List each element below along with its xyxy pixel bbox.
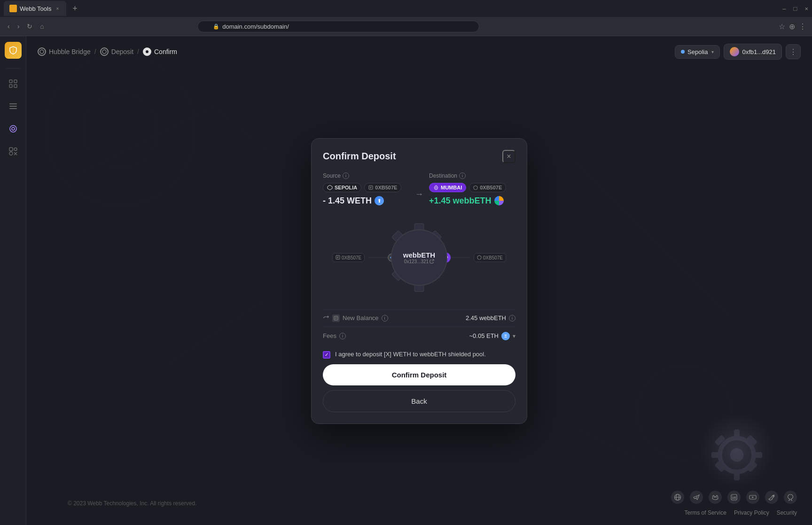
confirm-deposit-modal: Confirm Deposit × Source i [311,138,527,424]
back-button[interactable]: Back [323,390,515,412]
checkbox-check-icon: ✓ [325,352,328,357]
svg-marker-36 [328,185,332,190]
svg-rect-1 [9,80,12,83]
source-side: Source i SEPOLIA [323,172,409,206]
app-layout: Hubble Bridge / Deposit / [0,36,812,525]
source-badges: SEPOLIA 0XB507E [323,183,409,192]
network-center-title: webbETH [403,251,435,259]
url-text: domain.com/subdomain/ [222,23,289,30]
svg-rect-12 [9,152,13,155]
balance-row: New Balance i 2.45 webbETH i [323,309,515,327]
home-button[interactable]: ⌂ [38,21,46,32]
source-address-badge: 0XB507E [364,183,401,192]
tab-bar: Webb Tools × + – □ × [0,0,812,17]
tab-title: Webb Tools [20,5,51,12]
destination-amount: +1.45 webbETH [429,196,515,206]
svg-rect-56 [336,256,340,259]
svg-rect-37 [369,186,373,189]
sidebar-logo[interactable] [5,42,22,59]
shield-icon [473,185,478,190]
source-info-icon[interactable]: i [343,172,349,179]
right-node-badge: 0XB507E [474,253,506,262]
eth-badge-icon: Ξ [501,332,510,340]
modal-close-button[interactable]: × [502,150,515,163]
left-node-icon [336,255,340,260]
sidebar-divider [6,68,20,69]
agreement-checkbox[interactable]: ✓ [323,351,330,359]
tab-close-button[interactable]: × [54,5,61,12]
svg-rect-5 [9,103,17,104]
balance-value: 2.45 webbETH i [466,314,515,321]
close-button[interactable]: × [804,5,808,12]
contract-icon [368,185,373,190]
svg-rect-2 [14,80,17,83]
back-button[interactable]: ‹ [6,21,12,32]
svg-rect-10 [9,148,13,151]
balance-file-icon [334,316,338,321]
confirm-deposit-button[interactable]: Confirm Deposit [323,364,515,385]
source-amount: - 1.45 WETH ⬆ [323,196,409,206]
mumbai-chain-icon [433,185,439,190]
agreement-row: ✓ I agree to deposit [X] WETH to webbETH… [323,345,515,364]
balance-label: New Balance i [323,314,388,322]
agreement-text: I agree to deposit [X] WETH to webbETH s… [335,351,486,358]
minimize-button[interactable]: – [782,5,786,12]
balance-info-icon[interactable]: i [382,315,388,321]
refresh-button[interactable]: ↻ [25,21,34,32]
fees-info-icon[interactable]: i [339,333,346,339]
svg-point-8 [10,125,16,132]
sepolia-chain-icon [327,185,333,190]
network-visualization: webbETH 0x123...321 [323,215,515,300]
maximize-button[interactable]: □ [794,5,797,12]
svg-point-9 [12,127,15,130]
svg-rect-4 [14,85,17,87]
transfer-row: Source i SEPOLIA [323,172,515,206]
weth-icon: ⬆ [375,196,384,205]
window-controls: – □ × [782,5,808,12]
sidebar-item-grid[interactable] [4,74,23,93]
sidebar [0,36,26,525]
forward-button[interactable]: › [16,21,22,32]
browser-chrome: Webb Tools × + – □ × ‹ › ↻ ⌂ 🔒 domain.co… [0,0,812,36]
fees-label: Fees i [323,332,346,339]
external-link-icon [429,259,434,264]
svg-rect-7 [9,108,17,109]
webb-eth-icon [494,196,504,205]
destination-chain-badge: MUMBAI [429,183,466,192]
svg-rect-3 [9,85,12,87]
sidebar-item-bridge[interactable] [4,119,23,138]
lock-icon: 🔒 [213,24,219,30]
network-center-addr: 0x123...321 [404,259,434,264]
address-bar: ‹ › ↻ ⌂ 🔒 domain.com/subdomain/ ☆ ⊕ ⋮ [0,17,812,36]
bookmark-button[interactable]: ☆ [779,22,785,31]
svg-point-11 [14,148,17,151]
new-tab-button[interactable]: + [68,2,81,15]
url-input[interactable]: 🔒 domain.com/subdomain/ [197,21,479,32]
profile-button[interactable]: ⋮ [799,22,806,31]
extensions-button[interactable]: ⊕ [789,22,795,31]
source-label: Source i [323,172,409,179]
active-tab[interactable]: Webb Tools × [4,1,66,16]
sidebar-item-list[interactable] [4,97,23,116]
balance-box-icon [332,314,340,322]
network-center-hub: webbETH 0x123...321 [391,229,447,286]
svg-rect-60 [334,316,338,320]
balance-arrow-icon [323,315,329,321]
shield-right-icon [477,255,482,260]
modal-overlay: Confirm Deposit × Source i [26,36,812,525]
balance-value-info-icon[interactable]: i [509,315,515,321]
fees-dropdown-button[interactable]: ▾ [513,333,515,339]
main-content: Hubble Bridge / Deposit / [26,36,812,525]
destination-info-icon[interactable]: i [459,172,466,179]
browser-actions: ☆ ⊕ ⋮ [779,22,806,31]
fees-value: ~0.05 ETH Ξ ▾ [469,332,515,340]
destination-label: Destination i [429,172,515,179]
sidebar-item-components[interactable] [4,142,23,161]
left-node-badge: 0XB507E [332,253,365,262]
svg-rect-6 [9,106,17,107]
source-chain-badge: SEPOLIA [323,183,361,192]
modal-header: Confirm Deposit × [323,150,515,163]
destination-badges: MUMBAI 0XB507E [429,183,515,192]
destination-address-badge: 0XB507E [469,183,506,192]
modal-title: Confirm Deposit [323,151,396,162]
